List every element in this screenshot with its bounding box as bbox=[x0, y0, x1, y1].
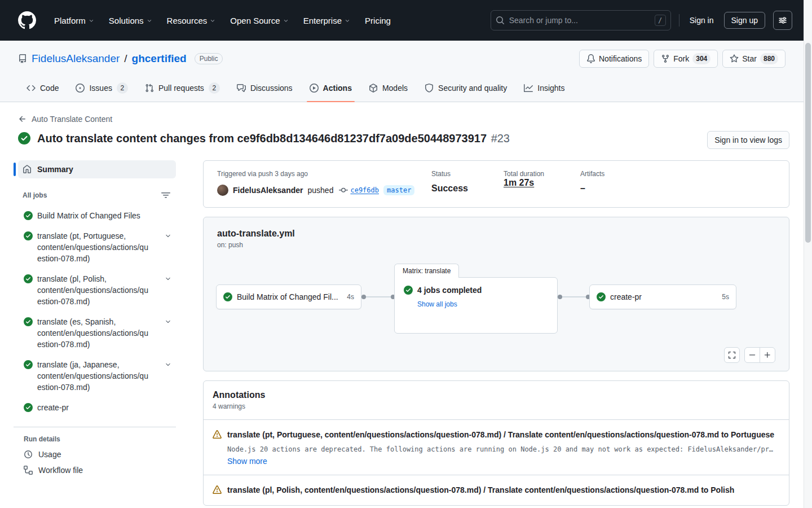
check-circle-icon bbox=[24, 317, 33, 326]
repo-separator: / bbox=[124, 52, 127, 65]
sidebar-job-build-matrix[interactable]: Build Matrix of Changed Files bbox=[18, 205, 176, 226]
page-scrollbar[interactable] bbox=[804, 0, 812, 508]
trigger-column: Triggered via push 3 days ago FidelusAle… bbox=[217, 170, 431, 196]
sidebar-job-translate-ja[interactable]: translate (ja, Japanese, content/en/ques… bbox=[18, 354, 176, 397]
nav-sliders-menu-button[interactable] bbox=[773, 11, 792, 30]
repo-name-link[interactable]: ghcertified bbox=[132, 52, 187, 65]
bell-icon bbox=[586, 54, 595, 63]
scrollbar-thumb[interactable] bbox=[805, 43, 811, 243]
models-icon bbox=[369, 84, 378, 93]
zoom-in-button[interactable] bbox=[760, 347, 775, 363]
tab-discussions[interactable]: Discussions bbox=[228, 75, 301, 102]
menu-item-platform[interactable]: Platform bbox=[48, 11, 100, 30]
annotation-body: translate (pt, Portuguese, content/en/qu… bbox=[227, 429, 780, 466]
matrix-group-box[interactable]: 4 jobs completed Show all jobs bbox=[394, 277, 558, 334]
menu-item-label: Open Source bbox=[230, 16, 280, 25]
tab-count: 2 bbox=[117, 82, 128, 94]
sign-up-button[interactable]: Sign up bbox=[724, 12, 765, 29]
visibility-badge: Public bbox=[195, 53, 223, 64]
tab-code[interactable]: Code bbox=[18, 75, 67, 102]
git-commit-icon bbox=[339, 186, 348, 195]
run-number: #23 bbox=[491, 132, 510, 144]
fork-button[interactable]: Fork 304 bbox=[654, 50, 718, 68]
tab-label: Actions bbox=[323, 84, 352, 93]
actor-avatar[interactable] bbox=[217, 185, 228, 196]
annotation-title: translate (pt, Portuguese, content/en/qu… bbox=[227, 429, 780, 441]
back-to-workflow-link[interactable]: Auto Translate Content bbox=[18, 115, 112, 124]
chevron-down-icon bbox=[165, 233, 171, 239]
expand-job-button[interactable] bbox=[164, 274, 173, 283]
sidebar-item-workflow-file[interactable]: Workflow file bbox=[18, 462, 176, 478]
star-button[interactable]: Star 880 bbox=[722, 50, 785, 68]
duration-value-link[interactable]: 1m 27s bbox=[504, 178, 534, 187]
shield-icon bbox=[425, 84, 434, 93]
sign-in-link[interactable]: Sign in bbox=[687, 12, 716, 28]
annotation-item: translate (pt, Portuguese, content/en/qu… bbox=[204, 420, 789, 475]
graph-controls bbox=[724, 347, 775, 363]
fork-icon bbox=[661, 54, 670, 63]
graph-node-build-matrix[interactable]: Build Matrix of Changed Fil... 4s bbox=[216, 284, 361, 309]
tab-label: Models bbox=[382, 84, 408, 93]
sidebar-item-usage[interactable]: Usage bbox=[18, 446, 176, 462]
zoom-out-button[interactable] bbox=[744, 347, 760, 363]
tab-issues[interactable]: Issues 2 bbox=[67, 75, 136, 102]
workflow-trigger: on: push bbox=[217, 241, 775, 249]
menu-item-enterprise[interactable]: Enterprise bbox=[298, 11, 356, 30]
tab-pull-requests[interactable]: Pull requests 2 bbox=[136, 75, 228, 102]
sidebar-job-translate-pt[interactable]: translate (pt, Portuguese, content/en/qu… bbox=[18, 226, 176, 269]
search-input[interactable] bbox=[509, 16, 650, 25]
repo-header: FidelusAleksander / ghcertified Public N… bbox=[0, 41, 804, 102]
menu-item-pricing[interactable]: Pricing bbox=[359, 11, 396, 30]
menu-item-open-source[interactable]: Open Source bbox=[224, 11, 294, 30]
actor-name-link[interactable]: FidelusAleksander bbox=[233, 186, 303, 195]
show-all-jobs-link[interactable]: Show all jobs bbox=[417, 300, 457, 308]
menu-item-resources[interactable]: Resources bbox=[161, 11, 222, 30]
job-label: translate (ja, Japanese, content/en/ques… bbox=[37, 359, 150, 393]
check-circle-icon bbox=[597, 292, 606, 301]
menu-item-label: Resources bbox=[167, 16, 208, 25]
graph-node-create-pr[interactable]: create-pr 5s bbox=[589, 284, 736, 309]
sidebar-item-summary[interactable]: Summary bbox=[18, 160, 176, 178]
fullscreen-icon bbox=[728, 351, 736, 359]
expand-job-button[interactable] bbox=[164, 231, 173, 240]
matrix-group: Matrix: translate 4 jobs completed Show … bbox=[394, 264, 558, 334]
sidebar-job-translate-es[interactable]: translate (es, Spanish, content/en/quest… bbox=[18, 312, 176, 354]
fork-label: Fork bbox=[673, 54, 689, 63]
zoom-controls bbox=[744, 347, 775, 363]
matrix-group-label: Matrix: translate bbox=[394, 264, 459, 278]
expand-job-button[interactable] bbox=[164, 317, 173, 326]
sign-in-to-view-logs-button[interactable]: Sign in to view logs bbox=[707, 131, 789, 149]
annotations-heading: Annotations bbox=[213, 390, 780, 400]
repo-icon bbox=[18, 54, 27, 63]
show-more-link[interactable]: Show more bbox=[227, 457, 267, 466]
sidebar-job-translate-pl[interactable]: translate (pl, Polish, content/en/questi… bbox=[18, 269, 176, 312]
menu-item-solutions[interactable]: Solutions bbox=[103, 11, 158, 30]
check-circle-icon bbox=[223, 292, 232, 301]
home-icon bbox=[23, 165, 32, 174]
github-logo-icon[interactable] bbox=[18, 11, 36, 29]
tab-actions[interactable]: Actions bbox=[301, 75, 360, 102]
tab-label: Insights bbox=[537, 84, 564, 93]
menu-item-label: Enterprise bbox=[303, 16, 342, 25]
tab-models[interactable]: Models bbox=[360, 75, 416, 102]
expand-job-button[interactable] bbox=[164, 360, 173, 369]
notifications-button[interactable]: Notifications bbox=[579, 50, 649, 68]
tab-label: Security and quality bbox=[438, 84, 507, 93]
node-label: create-pr bbox=[610, 292, 642, 301]
commit-sha-link[interactable]: ce9f6db bbox=[350, 186, 379, 194]
status-label: Status bbox=[431, 170, 504, 178]
filter-jobs-button[interactable] bbox=[159, 189, 173, 202]
slash-shortcut-key: / bbox=[655, 15, 666, 26]
tab-label: Pull requests bbox=[158, 84, 204, 93]
fullscreen-button[interactable] bbox=[724, 347, 740, 363]
topnav-right-group: / Sign in Sign up bbox=[491, 10, 792, 30]
chevron-down-icon bbox=[283, 18, 289, 24]
run-main-column: Triggered via push 3 days ago FidelusAle… bbox=[203, 160, 789, 508]
tab-insights[interactable]: Insights bbox=[515, 75, 573, 102]
branch-badge[interactable]: master bbox=[383, 185, 414, 195]
repo-owner-link[interactable]: FidelusAleksander bbox=[32, 52, 120, 65]
global-search[interactable]: / bbox=[491, 10, 671, 30]
tab-security-and-quality[interactable]: Security and quality bbox=[416, 75, 515, 102]
sidebar-divider bbox=[14, 427, 176, 427]
sidebar-job-create-pr[interactable]: create-pr bbox=[18, 397, 176, 418]
